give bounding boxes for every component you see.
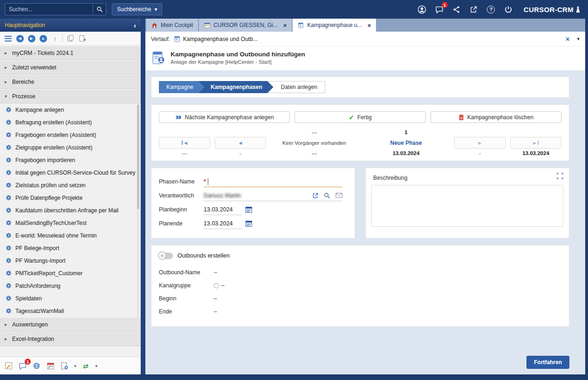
sidebar-scrollbar	[137, 104, 139, 343]
menu-button[interactable]	[4, 34, 12, 42]
chat-panel-button[interactable]: 1	[18, 361, 27, 370]
process-item[interactable]: Befragung erstellen (Assistent)	[0, 116, 141, 129]
search-button[interactable]	[93, 4, 106, 15]
process-item[interactable]: PMTicketReport_Customer	[0, 267, 141, 279]
wizard-step-kampagnenphasen[interactable]: Kampagnenphasen	[198, 81, 273, 93]
collapse-sidebar-button[interactable]	[134, 21, 136, 29]
sidebar-section-mycrm[interactable]: myCRM - Tickets 2024.1	[0, 46, 141, 60]
prev-caption: -	[215, 150, 266, 156]
messages-button[interactable]: 1	[435, 5, 444, 14]
open-window-button[interactable]	[469, 5, 479, 14]
calendar-button[interactable]	[46, 361, 55, 370]
process-item[interactable]: Kaufdatum überschritten Anfrage per Mail	[0, 204, 141, 217]
new-page-button[interactable]	[78, 34, 86, 42]
process-item[interactable]: Initial gegen CURSOR-Service-Cloud für S…	[0, 166, 141, 179]
sync-arrows-icon	[83, 362, 89, 370]
process-item-label: Zielgruppe erstellen (Assistent)	[15, 144, 92, 151]
global-lookup-button[interactable]	[32, 361, 41, 370]
tab-mein-cockpit[interactable]: Mein Cockpit	[146, 19, 198, 32]
form-document-icon	[298, 22, 304, 28]
outbound-name-row: Outbound-Name –	[159, 266, 561, 279]
search-input[interactable]	[5, 6, 93, 13]
section-label: Excel-Integration	[12, 336, 54, 342]
nav-forward-button[interactable]	[27, 34, 35, 42]
copy-pages-button[interactable]	[67, 34, 75, 42]
delete-phase-button[interactable]: Kampagnenphase löschen	[431, 111, 561, 123]
close-tab-icon[interactable]	[368, 22, 371, 29]
radio-icon[interactable]	[214, 283, 219, 288]
sort-button[interactable]	[51, 34, 59, 42]
process-item[interactable]: Fragebogen erstellen (Assistent)	[0, 129, 141, 141]
description-textarea[interactable]	[371, 185, 563, 227]
sidebar-section-bereiche[interactable]: Bereiche	[0, 75, 141, 89]
sidebar-section-recent[interactable]: Zuletzt verwendet	[0, 60, 141, 75]
close-icon[interactable]	[566, 35, 570, 43]
scrollbar-thumb[interactable]	[137, 104, 139, 209]
process-item[interactable]: PF Wartungs-Import	[0, 254, 141, 267]
chevron-down-icon	[5, 94, 9, 99]
chevron-down-icon	[154, 6, 157, 13]
sidebar-section-prozesse[interactable]: Prozesse	[0, 89, 141, 103]
nav-up-button[interactable]	[39, 34, 47, 42]
lookup-button[interactable]	[323, 192, 331, 199]
process-item[interactable]: Spieldaten	[0, 292, 141, 305]
process-item[interactable]: Kampagne anlegen	[0, 103, 141, 116]
gear-icon	[6, 157, 12, 163]
process-item[interactable]: PF Belege-Import	[0, 242, 141, 254]
process-item[interactable]: Fragebogen importieren	[0, 154, 141, 166]
process-item[interactable]: PatchAnforderung	[0, 279, 141, 292]
required-marker: *	[204, 178, 206, 185]
sidebar-section-excel[interactable]: Excel-Integration	[0, 332, 141, 346]
expand-icon[interactable]	[557, 173, 563, 179]
notes-button[interactable]	[4, 361, 13, 370]
process-item[interactable]: TagessatzWarnMail	[0, 305, 141, 317]
process-item[interactable]: E-world: Messelead ohne Termin	[0, 229, 141, 242]
previous-phase-button[interactable]	[215, 137, 266, 149]
sync-button[interactable]	[82, 361, 90, 370]
responsible-field[interactable]: Dariusz Martin	[204, 190, 342, 201]
share-button[interactable]	[452, 5, 461, 14]
process-item[interactable]: Zielgruppe erstellen (Assistent)	[0, 141, 141, 154]
wizard-step-daten-anlegen[interactable]: Daten anlegen	[267, 81, 325, 93]
first-phase-button[interactable]	[159, 137, 210, 149]
gear-icon	[6, 245, 12, 251]
content-area: Kampagne Kampagnenphasen Daten anlegen	[145, 71, 585, 374]
responsible-row: Verantwortlich Dariusz Martin	[159, 189, 342, 203]
plan-end-calendar-button[interactable]	[245, 220, 253, 227]
field-label: Beginn	[159, 295, 214, 302]
continue-button[interactable]: Fortfahren	[526, 356, 569, 369]
tab-kampagnenphase[interactable]: Kampagnenphase u...	[293, 19, 376, 32]
sidebar-toolbar	[0, 32, 141, 46]
reports-dropdown-caret[interactable]	[74, 364, 76, 368]
plan-start-calendar-button[interactable]	[245, 206, 253, 213]
sync-dropdown-caret[interactable]	[96, 364, 98, 368]
user-profile-button[interactable]	[417, 5, 427, 14]
finish-button[interactable]: Fertig	[294, 111, 425, 123]
phase-name-input[interactable]	[210, 178, 342, 185]
chevron-down-icon[interactable]	[577, 36, 580, 42]
form-document-icon	[174, 36, 180, 42]
wizard-step-kampagne[interactable]: Kampagne	[159, 81, 205, 93]
mail-button[interactable]	[335, 192, 342, 199]
plan-end-field[interactable]: 13.03.2024	[204, 218, 242, 229]
sidebar-title: Hauptnavigation	[5, 22, 45, 28]
logout-button[interactable]	[504, 5, 513, 14]
outbound-toggle[interactable]	[159, 253, 173, 259]
tab-cursor-giessen[interactable]: CURSOR GIESSEN, Gi...	[199, 19, 292, 32]
history-chip[interactable]: Kampagnenphase und Outb...	[174, 36, 258, 42]
reports-button[interactable]	[60, 361, 69, 370]
search-areas-button[interactable]: Suchbereiche	[112, 3, 162, 15]
create-next-phase-button[interactable]: Nächste Kampagnenphase anlegen	[159, 111, 290, 123]
process-item[interactable]: MailSendingByTechUserTest	[0, 217, 141, 229]
next-phase-button[interactable]	[454, 137, 506, 149]
plan-start-field[interactable]: 13.03.2024	[204, 204, 242, 215]
process-item[interactable]: Prüfe Datenpflege Projekte	[0, 191, 141, 204]
close-tab-icon[interactable]	[283, 22, 287, 29]
sidebar-section-auswertungen[interactable]: Auswertungen	[0, 317, 141, 332]
nav-back-button[interactable]	[16, 34, 24, 42]
process-item[interactable]: Zielstatus prüfen und setzen	[0, 179, 141, 191]
globe-search-icon	[33, 362, 41, 370]
open-record-button[interactable]	[312, 192, 319, 199]
last-phase-button[interactable]	[510, 137, 561, 149]
help-button[interactable]	[486, 5, 496, 14]
